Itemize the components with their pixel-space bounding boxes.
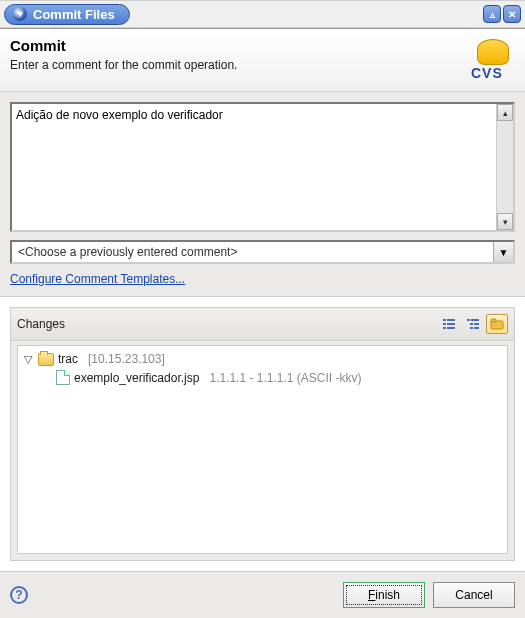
dropdown-arrow-icon[interactable]: ▼	[493, 242, 513, 262]
comment-scrollbar[interactable]: ▴ ▾	[496, 104, 513, 230]
scroll-up-button[interactable]: ▴	[497, 104, 513, 121]
comment-textarea-wrap: ▴ ▾	[10, 102, 515, 232]
svg-rect-9	[474, 323, 479, 325]
titlebar: ▾ Commit Files ▵ ✕	[0, 0, 525, 28]
cvs-icon: CVS	[471, 37, 515, 81]
finish-button[interactable]: Finish	[343, 582, 425, 608]
tree-file-row[interactable]: exemplo_verificador.jsp 1.1.1.1 - 1.1.1.…	[22, 368, 503, 387]
flat-layout-button[interactable]	[438, 314, 460, 334]
dialog-content: Commit Enter a comment for the commit op…	[0, 28, 525, 618]
compressed-layout-button[interactable]	[486, 314, 508, 334]
dialog-footer: ? Finish Cancel	[0, 571, 525, 618]
svg-rect-11	[474, 327, 479, 329]
folder-icon	[38, 353, 54, 366]
tree-root-name: trac	[58, 352, 78, 366]
svg-rect-8	[470, 323, 473, 325]
changes-section: Changes ▽ trac [10.15.23.103]	[10, 307, 515, 561]
dialog-header: Commit Enter a comment for the commit op…	[0, 29, 525, 92]
minimize-button[interactable]: ▵	[483, 5, 501, 23]
tree-root-row[interactable]: ▽ trac [10.15.23.103]	[22, 350, 503, 368]
svg-rect-13	[491, 319, 496, 322]
svg-rect-2	[443, 323, 446, 325]
file-icon	[56, 370, 70, 385]
cancel-button[interactable]: Cancel	[433, 582, 515, 608]
flat-list-icon	[442, 318, 456, 330]
changes-header: Changes	[11, 308, 514, 341]
svg-rect-1	[447, 319, 455, 321]
svg-rect-5	[447, 327, 455, 329]
window-title-chip: ▾ Commit Files	[4, 4, 130, 25]
window-title: Commit Files	[33, 7, 115, 22]
scroll-track[interactable]	[497, 121, 513, 213]
svg-rect-4	[443, 327, 446, 329]
folder-icon	[490, 318, 504, 330]
svg-rect-7	[471, 319, 479, 321]
svg-rect-0	[443, 319, 446, 321]
window-menu-icon[interactable]: ▾	[13, 7, 27, 21]
changes-tree[interactable]: ▽ trac [10.15.23.103] exemplo_verificado…	[17, 345, 508, 554]
page-subtitle: Enter a comment for the commit operation…	[10, 58, 463, 72]
configure-templates-link[interactable]: Configure Comment Templates...	[10, 272, 185, 286]
tree-file-name: exemplo_verificador.jsp	[74, 371, 199, 385]
svg-rect-3	[447, 323, 455, 325]
previous-comment-value: <Choose a previously entered comment>	[12, 245, 493, 259]
page-title: Commit	[10, 37, 463, 54]
tree-icon	[466, 318, 480, 330]
close-button[interactable]: ✕	[503, 5, 521, 23]
tree-layout-button[interactable]	[462, 314, 484, 334]
commit-files-dialog: ▾ Commit Files ▵ ✕ Commit Enter a commen…	[0, 0, 525, 618]
comment-section: ▴ ▾ <Choose a previously entered comment…	[0, 92, 525, 297]
tree-file-rev: 1.1.1.1 - 1.1.1.1 (ASCII -kkv)	[209, 371, 361, 385]
svg-rect-10	[470, 327, 473, 329]
previous-comment-dropdown[interactable]: <Choose a previously entered comment> ▼	[10, 240, 515, 264]
svg-rect-6	[467, 319, 470, 321]
changes-title: Changes	[17, 317, 436, 331]
commit-comment-input[interactable]	[12, 104, 496, 230]
help-button[interactable]: ?	[10, 586, 28, 604]
tree-root-location: [10.15.23.103]	[88, 352, 165, 366]
tree-expand-toggle[interactable]: ▽	[22, 353, 34, 366]
scroll-down-button[interactable]: ▾	[497, 213, 513, 230]
